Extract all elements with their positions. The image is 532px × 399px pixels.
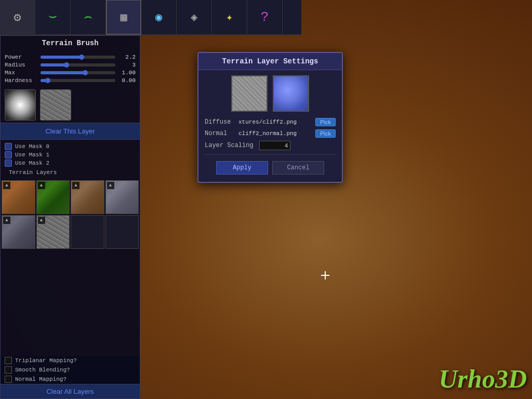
normal-label: Normal bbox=[205, 130, 238, 137]
clear-layer-button[interactable]: Clear This Layer bbox=[1, 123, 140, 140]
toolbar-help[interactable]: ? bbox=[247, 0, 283, 35]
diffuse-value: xtures/cliff2.png bbox=[238, 119, 315, 125]
layer-cell-5[interactable]: ▲ bbox=[36, 215, 70, 249]
brush-section: Power 2.2 Radius 3 Max 1.00 bbox=[1, 50, 140, 87]
brush-texture-preview bbox=[40, 89, 71, 121]
layer-cell-6[interactable] bbox=[71, 215, 104, 249]
left-panel: Terrain Brush Power 2.2 Radius 3 Max bbox=[0, 35, 140, 399]
max-slider-row: Max 1.00 bbox=[5, 70, 136, 76]
mask-label-2: Use Mask 2 bbox=[15, 160, 49, 166]
radius-slider-row: Radius 3 bbox=[5, 62, 136, 68]
layer-cell-1[interactable]: ▲ bbox=[36, 180, 70, 214]
panel-title: Terrain Brush bbox=[1, 36, 140, 50]
normal-value: cliff2_normal.png bbox=[238, 130, 315, 137]
scaling-label: Layer Scaling bbox=[205, 142, 259, 149]
normal-pick-button[interactable]: Pick bbox=[315, 129, 336, 138]
app-logo: Urho3D bbox=[439, 363, 527, 394]
toolbar-mask[interactable]: ◉ bbox=[141, 0, 177, 35]
layer-arrow-2[interactable]: ▲ bbox=[72, 182, 79, 189]
mask-label-0: Use Mask 0 bbox=[15, 143, 49, 150]
layer-arrow-3[interactable]: ▲ bbox=[107, 182, 114, 189]
smooth-blending-label: Smooth Blending? bbox=[15, 367, 70, 373]
radius-track[interactable] bbox=[41, 63, 115, 66]
triplanar-checkbox[interactable] bbox=[5, 357, 12, 364]
layer-arrow-0[interactable]: ▲ bbox=[3, 182, 10, 189]
power-value: 2.2 bbox=[117, 54, 136, 60]
radius-label: Radius bbox=[5, 62, 38, 68]
triplanar-row: Triplanar Mapping? bbox=[1, 356, 140, 365]
hardness-track[interactable] bbox=[41, 79, 115, 82]
mask-icon-2[interactable] bbox=[5, 159, 12, 167]
cancel-button[interactable]: Cancel bbox=[272, 161, 324, 175]
scaling-input[interactable] bbox=[259, 141, 290, 150]
modal-divider bbox=[205, 154, 336, 155]
brush-preview-circle bbox=[5, 89, 36, 121]
toolbar-settings[interactable]: ⚙ bbox=[0, 0, 35, 35]
power-slider-row: Power 2.2 bbox=[5, 54, 136, 60]
diffuse-label: Diffuse bbox=[205, 118, 238, 126]
normal-row: Normal cliff2_normal.png Pick bbox=[205, 129, 336, 138]
layer-cell-3[interactable]: ▲ bbox=[105, 180, 139, 214]
apply-button[interactable]: Apply bbox=[216, 161, 268, 175]
layer-cell-2[interactable]: ▲ bbox=[71, 180, 104, 214]
layer-cell-0[interactable]: ▲ bbox=[2, 180, 35, 214]
diffuse-row: Diffuse xtures/cliff2.png Pick bbox=[205, 118, 336, 126]
max-value: 1.00 bbox=[117, 70, 136, 76]
diffuse-pick-button[interactable]: Pick bbox=[315, 118, 336, 126]
mask-section: Use Mask 0 Use Mask 1 Use Mask 2 Terrain… bbox=[1, 140, 140, 179]
terrain-layers-label: Terrain Layers bbox=[5, 168, 136, 177]
radius-value: 3 bbox=[117, 62, 136, 68]
normal-mapping-checkbox[interactable] bbox=[5, 376, 12, 383]
toolbar: ⚙ ⌢ ⌢ ▦ ◉ ◈ ✦ ? bbox=[0, 0, 301, 35]
smooth-blending-checkbox[interactable] bbox=[5, 366, 12, 374]
mask-icon-0[interactable] bbox=[5, 143, 12, 150]
layer-cell-4[interactable]: ▲ bbox=[2, 215, 35, 249]
power-track[interactable] bbox=[41, 56, 115, 59]
smooth-blending-row: Smooth Blending? bbox=[1, 365, 140, 375]
max-track[interactable] bbox=[41, 71, 115, 74]
normal-mapping-label: Normal Mapping? bbox=[15, 376, 66, 382]
terrain-layer-settings-modal: Terrain Layer Settings Diffuse xtures/cl… bbox=[197, 52, 343, 183]
texture-previews bbox=[205, 75, 336, 112]
scaling-row: Layer Scaling bbox=[205, 141, 336, 150]
triplanar-label: Triplanar Mapping? bbox=[15, 357, 77, 364]
modal-body: Diffuse xtures/cliff2.png Pick Normal cl… bbox=[198, 70, 342, 182]
modal-buttons: Apply Cancel bbox=[205, 159, 336, 177]
layer-arrow-4[interactable]: ▲ bbox=[3, 217, 10, 224]
normal-preview bbox=[273, 75, 309, 112]
hardness-label: Hardness bbox=[5, 77, 38, 84]
layer-grid: ▲ ▲ ▲ ▲ ▲ ▲ bbox=[1, 179, 140, 250]
mask-item-2: Use Mask 2 bbox=[5, 159, 136, 167]
power-label: Power bbox=[5, 54, 38, 60]
toolbar-sculpt[interactable]: ◈ bbox=[177, 0, 212, 35]
layer-arrow-1[interactable]: ▲ bbox=[38, 182, 45, 189]
diffuse-preview bbox=[231, 75, 268, 112]
mask-item-0: Use Mask 0 bbox=[5, 143, 136, 150]
toolbar-paint[interactable]: ▦ bbox=[106, 0, 141, 35]
toolbar-raise[interactable]: ⌢ bbox=[35, 0, 71, 35]
mask-icon-1[interactable] bbox=[5, 151, 12, 158]
mask-item-1: Use Mask 1 bbox=[5, 151, 136, 158]
toolbar-lower[interactable]: ⌢ bbox=[71, 0, 106, 35]
hardness-slider-row: Hardness 0.00 bbox=[5, 77, 136, 84]
clear-all-button[interactable]: Clear All Layers bbox=[1, 384, 140, 398]
max-label: Max bbox=[5, 70, 38, 76]
layer-cell-7[interactable] bbox=[105, 215, 139, 249]
normal-mapping-row: Normal Mapping? bbox=[1, 375, 140, 384]
mask-label-1: Use Mask 1 bbox=[15, 152, 49, 158]
toolbar-smooth[interactable]: ✦ bbox=[212, 0, 247, 35]
modal-title: Terrain Layer Settings bbox=[198, 53, 342, 70]
hardness-value: 0.00 bbox=[117, 77, 136, 84]
layer-arrow-5[interactable]: ▲ bbox=[38, 217, 45, 224]
brush-previews bbox=[1, 87, 140, 123]
